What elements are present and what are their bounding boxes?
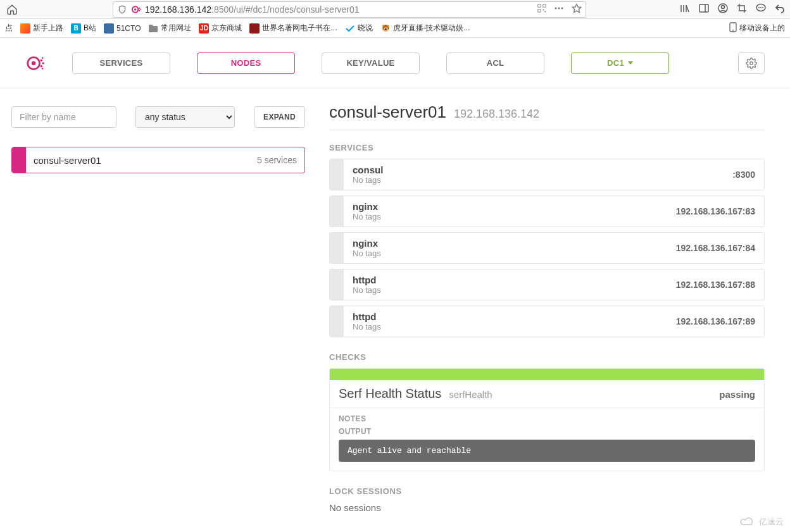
browser-toolbar: 192.168.136.142:8500/ui/#/dc1/nodes/cons… [0, 0, 790, 19]
service-status-bar [330, 306, 344, 337]
account-icon[interactable] [718, 3, 728, 15]
svg-point-19 [758, 7, 760, 8]
chat-icon[interactable] [756, 3, 766, 15]
nav-datacenter[interactable]: DC1 [571, 53, 669, 74]
nav-kv[interactable]: KEY/VALUE [322, 53, 420, 74]
svg-point-21 [762, 7, 763, 8]
svg-rect-8 [543, 9, 544, 11]
browser-extensions [680, 3, 785, 15]
section-services-label: SERVICES [329, 143, 765, 152]
service-tags: No tags [353, 212, 658, 221]
svg-rect-7 [538, 9, 541, 12]
qr-icon[interactable] [537, 4, 546, 15]
service-address: 192.168.136.167:89 [667, 306, 764, 337]
bookmark-xiaoshuo[interactable]: 晓说 [345, 23, 373, 34]
consul-favicon-icon [131, 4, 141, 15]
check-card[interactable]: Serf Health Status serfHealth passing NO… [329, 368, 765, 471]
svg-point-26 [41, 59, 42, 61]
service-status-bar [330, 233, 344, 263]
home-icon[interactable] [5, 3, 19, 16]
svg-point-20 [760, 7, 762, 8]
svg-marker-13 [572, 4, 580, 12]
service-name: httpd [353, 275, 658, 285]
bookmark-books[interactable]: ​世界名著网电子书在... [249, 23, 337, 34]
nav-acl[interactable]: ACL [446, 53, 544, 74]
service-card[interactable]: httpd No tags 192.168.136.167:88 [329, 269, 765, 300]
check-id: serfHealth [449, 389, 719, 400]
url-text: 192.168.136.142:8500/ui/#/dc1/nodes/cons… [145, 4, 534, 15]
service-status-bar [330, 269, 344, 300]
consul-logo-icon[interactable] [25, 54, 44, 73]
crop-icon[interactable] [737, 3, 747, 15]
settings-button[interactable] [738, 53, 765, 74]
sidebar-icon[interactable] [699, 3, 709, 15]
svg-point-4 [140, 9, 141, 10]
node-list-item[interactable]: consul-server01 5 services [11, 147, 305, 173]
service-card[interactable]: httpd No tags 192.168.136.167:89 [329, 306, 765, 337]
section-sessions-label: LOCK SESSIONS [329, 486, 765, 496]
bookmark-bilibili[interactable]: BB站 [71, 23, 96, 34]
left-panel: any status EXPAND consul-server01 5 serv… [0, 89, 317, 532]
expand-button[interactable]: EXPAND [254, 106, 305, 128]
nav-nodes[interactable]: NODES [197, 53, 295, 74]
url-bar[interactable]: 192.168.136.142:8500/ui/#/dc1/nodes/cons… [113, 1, 586, 18]
star-icon[interactable] [572, 3, 582, 15]
service-status-bar [330, 196, 344, 226]
undo-icon[interactable] [775, 3, 785, 15]
bookmark-mobile[interactable]: 移动设备上的 [729, 22, 785, 34]
service-tags: No tags [353, 285, 658, 295]
filter-input[interactable] [11, 106, 116, 128]
service-tags: No tags [353, 322, 658, 331]
check-title: Serf Health Status [339, 387, 441, 401]
service-address: 192.168.136.167:88 [667, 269, 764, 300]
service-tags: No tags [353, 175, 715, 185]
node-ip: 192.168.136.142 [454, 108, 539, 121]
check-output-label: OUTPUT [339, 427, 755, 436]
service-address: :8300 [724, 159, 764, 190]
service-name: nginx [353, 238, 658, 249]
svg-point-31 [750, 61, 753, 65]
node-title: consul-server01 [329, 102, 446, 122]
service-card[interactable]: consul No tags :8300 [329, 159, 765, 190]
svg-rect-14 [699, 4, 708, 12]
service-name: consul [353, 164, 715, 175]
bookmark-jd[interactable]: JD京东商城 [199, 23, 242, 34]
phone-icon [729, 22, 737, 34]
bookmark-huya[interactable]: 🐯虎牙直播-技术驱动娱... [380, 23, 470, 34]
service-card[interactable]: nginx No tags 192.168.136.167:84 [329, 232, 765, 264]
right-panel: consul-server01 192.168.136.142 SERVICES… [317, 89, 790, 532]
url-actions [537, 3, 582, 15]
library-icon[interactable] [680, 3, 690, 15]
svg-point-29 [42, 57, 44, 59]
service-address: 192.168.136.167:84 [667, 233, 764, 263]
nav-services[interactable]: SERVICES [72, 53, 170, 74]
svg-rect-6 [543, 4, 546, 7]
check-output: Agent alive and reachable [339, 440, 755, 462]
svg-point-30 [42, 68, 44, 70]
node-meta: 5 services [249, 155, 304, 165]
services-list: consul No tags :8300 nginx No tags 192.1… [329, 159, 765, 337]
main-content: any status EXPAND consul-server01 5 serv… [0, 89, 790, 532]
shield-icon [117, 4, 127, 15]
status-bar [12, 147, 26, 173]
svg-point-2 [139, 8, 140, 9]
check-notes-label: NOTES [339, 414, 755, 423]
check-status-bar [330, 369, 764, 380]
consul-header: SERVICES NODES KEY/VALUE ACL DC1 [0, 38, 790, 89]
node-title-row: consul-server01 192.168.136.142 [329, 102, 765, 130]
svg-point-28 [42, 62, 44, 64]
svg-point-10 [555, 8, 557, 9]
svg-point-11 [558, 8, 560, 9]
folder-icon [148, 23, 158, 34]
service-tags: No tags [353, 249, 658, 258]
svg-point-27 [41, 65, 42, 67]
bookmarks-bar: 点 ​新手上路 BB站 ​51CTO 常用网址 JD京东商城 ​世界名著网电子书… [0, 19, 790, 38]
dots-icon[interactable] [554, 3, 564, 15]
bookmark-51cto[interactable]: ​51CTO [104, 23, 141, 34]
status-select[interactable]: any status [135, 106, 235, 128]
svg-point-12 [561, 8, 563, 9]
bookmark-firefox[interactable]: ​新手上路 [20, 23, 63, 34]
bookmark-folder[interactable]: 常用网址 [148, 23, 191, 34]
check-state: passing [719, 389, 755, 400]
service-card[interactable]: nginx No tags 192.168.136.167:83 [329, 195, 765, 227]
